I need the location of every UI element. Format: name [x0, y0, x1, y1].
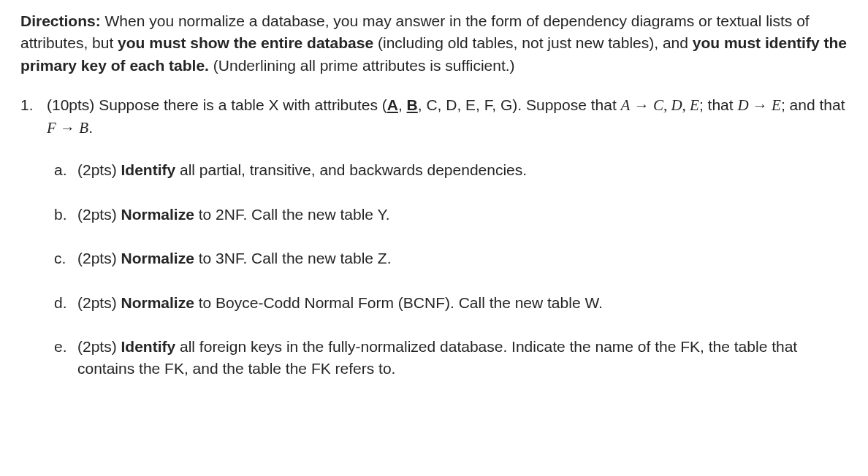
action-word: Normalize: [121, 206, 194, 223]
question-number: 1.: [20, 94, 47, 402]
fd1-rhs: C, D, E: [653, 96, 699, 114]
action-word: Normalize: [121, 250, 194, 266]
sub-rest: to 2NF. Call the new table Y.: [194, 206, 390, 223]
action-word: Identify: [121, 338, 176, 355]
pk-attribute-a: A: [387, 96, 398, 113]
sub-body: (2pts) Identify all foreign keys in the …: [77, 336, 848, 380]
pk-attribute-b: B: [407, 96, 418, 113]
fd3-lhs: F: [47, 119, 56, 137]
fd3-rhs: B: [79, 119, 88, 137]
document-page: Directions: When you normalize a databas…: [0, 0, 868, 434]
sub-item-a: a. (2pts) Identify all partial, transiti…: [54, 159, 848, 181]
fd1-lhs: A: [621, 96, 631, 114]
question-stem: (10pts) Suppose there is a table X with …: [47, 94, 848, 139]
directions-text-3: (Underlining all prime attributes is suf…: [209, 57, 515, 74]
points-label: (2pts): [77, 294, 121, 311]
question-period: .: [88, 119, 93, 136]
directions-label: Directions:: [20, 12, 101, 29]
sub-letter: d.: [54, 292, 77, 314]
arrow-icon: →: [749, 96, 772, 114]
sub-rest: to Boyce-Codd Normal Form (BCNF). Call t…: [194, 294, 603, 311]
sub-item-c: c. (2pts) Normalize to 3NF. Call the new…: [54, 247, 848, 269]
after-pk: , C, D, E, F, G). Suppose that: [418, 96, 621, 113]
action-word: Identify: [121, 161, 176, 178]
points-label: (2pts): [77, 338, 121, 355]
question-1: 1. (10pts) Suppose there is a table X wi…: [20, 94, 848, 402]
action-word: Normalize: [121, 294, 194, 311]
directions-bold-1: you must show the entire database: [118, 34, 373, 51]
sub-body: (2pts) Normalize to 2NF. Call the new ta…: [77, 204, 848, 226]
sub-letter: c.: [54, 247, 77, 269]
question-body: (10pts) Suppose there is a table X with …: [47, 94, 848, 402]
after-fd1: ; that: [699, 96, 738, 113]
sub-rest: to 3NF. Call the new table Z.: [194, 250, 392, 266]
after-fd2: ; and that: [781, 96, 845, 113]
directions-paragraph: Directions: When you normalize a databas…: [20, 10, 848, 77]
arrow-icon: →: [630, 96, 653, 114]
sub-body: (2pts) Identify all partial, transitive,…: [77, 159, 848, 181]
sub-item-d: d. (2pts) Normalize to Boyce-Codd Normal…: [54, 292, 848, 314]
sub-letter: b.: [54, 204, 77, 226]
sub-letter: a.: [54, 159, 77, 181]
sub-body: (2pts) Normalize to Boyce-Codd Normal Fo…: [77, 292, 848, 314]
pk-sep: ,: [398, 96, 407, 113]
sub-rest: all partial, transitive, and backwards d…: [175, 161, 527, 178]
points-label: (2pts): [77, 250, 121, 266]
sub-question-list: a. (2pts) Identify all partial, transiti…: [47, 159, 848, 380]
question-lead: (10pts) Suppose there is a table X with …: [47, 96, 387, 113]
points-label: (2pts): [77, 206, 121, 223]
sub-body: (2pts) Normalize to 3NF. Call the new ta…: [77, 247, 848, 269]
sub-rest: all foreign keys in the fully-normalized…: [77, 338, 797, 377]
fd2-rhs: E: [772, 96, 781, 114]
points-label: (2pts): [77, 161, 121, 178]
directions-text-2: (including old tables, not just new tabl…: [373, 34, 693, 51]
arrow-icon: →: [56, 119, 80, 137]
sub-item-e: e. (2pts) Identify all foreign keys in t…: [54, 336, 848, 380]
sub-letter: e.: [54, 336, 77, 380]
fd2-lhs: D: [737, 96, 748, 114]
sub-item-b: b. (2pts) Normalize to 2NF. Call the new…: [54, 204, 848, 226]
